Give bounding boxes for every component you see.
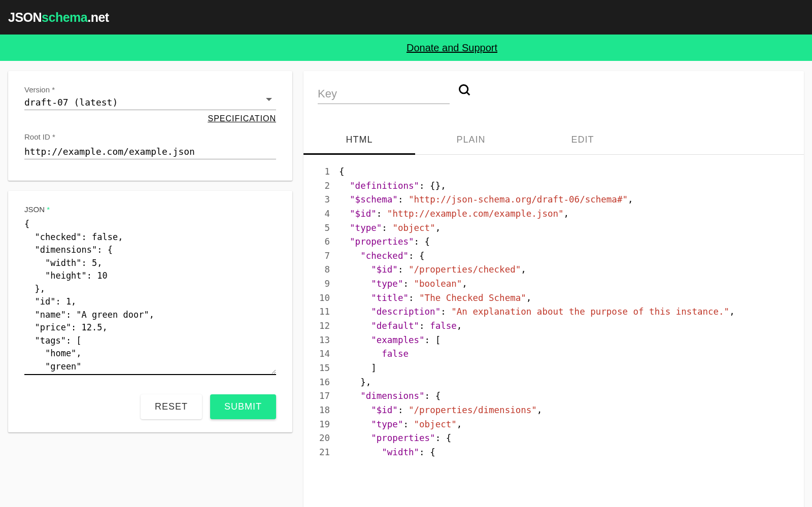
specification-link[interactable]: SPECIFICATION (208, 114, 277, 123)
donate-banner: Donate and Support (0, 35, 812, 61)
version-label: Version * (24, 85, 276, 94)
code-line: 21 "width": { (303, 446, 804, 460)
code-line: 5 "type": "object", (303, 221, 804, 235)
version-select[interactable]: draft-07 (latest) (24, 97, 276, 110)
code-line: 10 "title": "The Checked Schema", (303, 291, 804, 306)
json-card: JSON * RESET SUBMIT (8, 191, 292, 432)
donate-link[interactable]: Donate and Support (407, 42, 497, 54)
line-number: 4 (303, 207, 339, 221)
line-number: 1 (303, 165, 339, 179)
line-content: "properties": { (339, 235, 430, 249)
app-header: JSONschema.net (0, 0, 812, 35)
line-content: "definitions": {}, (339, 179, 446, 193)
svg-line-1 (467, 92, 470, 95)
code-line: 12 "default": false, (303, 319, 804, 333)
line-number: 20 (303, 431, 339, 446)
line-content: ] (339, 361, 377, 376)
root-id-input[interactable] (24, 144, 276, 159)
line-number: 19 (303, 418, 339, 432)
line-content: "examples": [ (339, 333, 441, 348)
line-content: "$schema": "http://json-schema.org/draft… (339, 193, 633, 207)
code-line: 2 "definitions": {}, (303, 179, 804, 193)
code-output[interactable]: 1{2 "definitions": {},3 "$schema": "http… (303, 155, 804, 459)
line-number: 18 (303, 403, 339, 418)
line-content: "properties": { (339, 431, 451, 446)
code-line: 14 false (303, 347, 804, 361)
line-number: 21 (303, 446, 339, 460)
line-content: "$id": "/properties/checked", (339, 263, 526, 277)
code-line: 20 "properties": { (303, 431, 804, 446)
line-content: false (339, 347, 409, 361)
line-number: 6 (303, 235, 339, 249)
line-number: 5 (303, 221, 339, 235)
line-number: 2 (303, 179, 339, 193)
line-content: }, (339, 376, 371, 390)
line-number: 14 (303, 347, 339, 361)
tab-edit[interactable]: EDIT (527, 125, 638, 154)
json-label: JSON * (24, 205, 276, 214)
code-line: 7 "checked": { (303, 249, 804, 263)
line-content: "$id": "/properties/dimensions", (339, 403, 542, 418)
svg-point-0 (460, 85, 468, 93)
code-line: 1{ (303, 165, 804, 179)
json-textarea[interactable] (24, 218, 276, 375)
chevron-down-icon (266, 98, 272, 101)
output-tabs: HTML PLAIN EDIT (303, 125, 804, 155)
line-number: 8 (303, 263, 339, 277)
search-input[interactable] (318, 84, 450, 104)
code-line: 8 "$id": "/properties/checked", (303, 263, 804, 277)
version-value: draft-07 (latest) (24, 97, 118, 108)
line-content: "$id": "http://example.com/example.json"… (339, 207, 569, 221)
search-icon[interactable] (458, 83, 472, 101)
line-content: "type": "object", (339, 221, 441, 235)
line-number: 15 (303, 361, 339, 376)
reset-button[interactable]: RESET (141, 394, 202, 419)
line-number: 10 (303, 291, 339, 306)
code-line: 3 "$schema": "http://json-schema.org/dra… (303, 193, 804, 207)
code-line: 4 "$id": "http://example.com/example.jso… (303, 207, 804, 221)
config-card: Version * draft-07 (latest) SPECIFICATIO… (8, 71, 292, 181)
line-number: 3 (303, 193, 339, 207)
line-content: "dimensions": { (339, 389, 441, 403)
tab-html[interactable]: HTML (303, 125, 415, 155)
code-line: 17 "dimensions": { (303, 389, 804, 403)
line-content: "width": { (339, 446, 435, 460)
line-content: "type": "object", (339, 418, 462, 432)
output-panel: HTML PLAIN EDIT 1{2 "definitions": {},3 … (303, 71, 804, 507)
tab-plain[interactable]: PLAIN (415, 125, 527, 154)
line-number: 12 (303, 319, 339, 333)
line-number: 16 (303, 376, 339, 390)
root-id-label: Root ID * (24, 132, 276, 141)
code-line: 19 "type": "object", (303, 418, 804, 432)
code-line: 13 "examples": [ (303, 333, 804, 348)
submit-button[interactable]: SUBMIT (210, 394, 276, 419)
code-line: 15 ] (303, 361, 804, 376)
code-line: 9 "type": "boolean", (303, 277, 804, 291)
line-content: "type": "boolean", (339, 277, 467, 291)
line-number: 11 (303, 305, 339, 319)
line-number: 17 (303, 389, 339, 403)
logo-part1: JSON (8, 10, 42, 24)
logo[interactable]: JSONschema.net (8, 10, 109, 25)
line-content: { (339, 165, 345, 179)
line-number: 9 (303, 277, 339, 291)
code-line: 16 }, (303, 376, 804, 390)
line-content: "checked": { (339, 249, 425, 263)
line-content: "default": false, (339, 319, 462, 333)
line-number: 7 (303, 249, 339, 263)
code-line: 6 "properties": { (303, 235, 804, 249)
logo-part2: schema (42, 10, 87, 24)
code-line: 18 "$id": "/properties/dimensions", (303, 403, 804, 418)
line-content: "title": "The Checked Schema", (339, 291, 531, 306)
line-number: 13 (303, 333, 339, 348)
logo-part3: .net (87, 10, 109, 24)
code-line: 11 "description": "An explanation about … (303, 305, 804, 319)
line-content: "description": "An explanation about the… (339, 305, 735, 319)
